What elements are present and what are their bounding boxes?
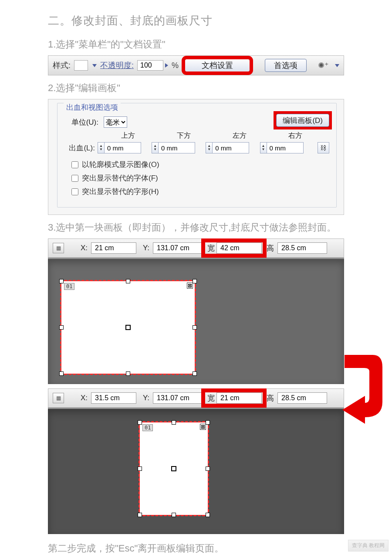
- bleed-top-input[interactable]: [105, 142, 141, 153]
- artboard-control-bar-after: ▦ X: Y: 宽 高: [48, 388, 344, 408]
- close-icon[interactable]: ⊠: [187, 283, 193, 289]
- handle-w[interactable]: [138, 466, 142, 471]
- handle-sw[interactable]: [59, 371, 64, 376]
- check-highlight-fonts[interactable]: 突出显示替代的字体(F): [71, 173, 329, 183]
- opacity-label[interactable]: 不透明度:: [100, 60, 134, 71]
- h-input[interactable]: [277, 242, 327, 254]
- handle-w[interactable]: [59, 325, 64, 330]
- h-label: 高: [265, 243, 276, 253]
- step2-text: 2.选择"编辑画板": [48, 82, 344, 95]
- canvas-after[interactable]: 01 ⊠: [48, 408, 344, 534]
- artboard-control-bar-before: ▦ X: Y: 宽 高: [48, 238, 344, 258]
- document-setup-panel: 出血和视图选项 单位(U): 毫米 编辑画板(D) 上方 下方 左方 右方 出血…: [48, 99, 344, 215]
- h-input[interactable]: [277, 392, 327, 404]
- handle-n[interactable]: [172, 420, 176, 425]
- bleed-bottom-input[interactable]: [159, 142, 195, 153]
- h-label: 高: [265, 393, 276, 403]
- handle-nw[interactable]: [138, 420, 142, 425]
- x-input[interactable]: [91, 392, 136, 404]
- close-icon[interactable]: ⊠: [200, 424, 206, 430]
- options-toolbar: 样式: 不透明度: % 文档设置 首选项 ✺⁺: [48, 55, 344, 75]
- handle-s[interactable]: [126, 371, 130, 376]
- style-dropdown-icon[interactable]: [92, 64, 97, 67]
- percent-label: %: [172, 61, 179, 70]
- bleed-head-right: 右方: [267, 131, 323, 140]
- bleed-right-field[interactable]: ▲▼: [260, 142, 314, 153]
- change-arrow-icon: [342, 354, 382, 424]
- y-input[interactable]: [153, 392, 203, 404]
- step1-text: 1.选择"菜单栏"的"文档设置": [48, 38, 344, 51]
- bleed-top-field[interactable]: ▲▼: [98, 142, 152, 153]
- flare-dropdown-icon[interactable]: [335, 64, 339, 67]
- w-label: 宽: [206, 393, 216, 403]
- w-label: 宽: [206, 243, 216, 253]
- bleed-right-input[interactable]: [267, 142, 304, 153]
- bleed-head-bottom: 下方: [156, 131, 212, 140]
- footer-text: 第二步完成，按"Esc"离开画板编辑页面。: [48, 542, 344, 555]
- opacity-field[interactable]: [137, 60, 168, 71]
- w-input[interactable]: [216, 392, 262, 404]
- artboard-number-label: 01: [142, 424, 153, 431]
- center-handle-icon[interactable]: [171, 466, 176, 471]
- group-label: 出血和视图选项: [64, 102, 121, 112]
- w-input[interactable]: [216, 242, 262, 254]
- handle-s[interactable]: [172, 513, 176, 517]
- bleed-left-field[interactable]: ▲▼: [206, 142, 260, 153]
- handle-ne[interactable]: [193, 279, 197, 283]
- bleed-label: 出血(L):: [64, 143, 98, 153]
- x-label: X:: [76, 244, 89, 252]
- handle-ne[interactable]: [206, 420, 210, 425]
- spinner-icon[interactable]: ▲▼: [98, 142, 105, 153]
- handle-e[interactable]: [206, 466, 210, 471]
- document-setup-button[interactable]: 文档设置: [185, 59, 250, 72]
- handle-e[interactable]: [193, 325, 197, 330]
- x-label: X:: [76, 394, 89, 402]
- handle-se[interactable]: [206, 513, 210, 517]
- link-values-icon[interactable]: ⛓: [318, 142, 329, 153]
- bleed-head-left: 左方: [212, 131, 267, 140]
- style-swatch[interactable]: [74, 60, 88, 71]
- reference-point-icon[interactable]: ▦: [53, 393, 64, 403]
- artboard-after[interactable]: 01 ⊠: [139, 422, 208, 515]
- spinner-icon[interactable]: ▲▼: [260, 142, 267, 153]
- unit-label: 单位(U):: [64, 117, 98, 127]
- spinner-icon[interactable]: ▲▼: [206, 142, 213, 153]
- width-highlight: 宽: [204, 392, 264, 405]
- y-label: Y:: [138, 394, 151, 402]
- y-label: Y:: [138, 244, 151, 252]
- flare-icon[interactable]: ✺⁺: [316, 61, 331, 70]
- width-highlight: 宽: [204, 242, 264, 255]
- edit-artboard-highlight: 编辑画板(D): [274, 111, 332, 129]
- watermark: 查字典 教程网: [348, 540, 389, 552]
- step3-text: 3.选中第一块画板（即封面），并修改尺寸,封底尺寸做法参照封面。: [48, 221, 344, 234]
- bleed-left-input[interactable]: [213, 142, 249, 153]
- y-input[interactable]: [153, 242, 203, 254]
- reference-point-icon[interactable]: ▦: [53, 243, 64, 253]
- style-label: 样式:: [53, 60, 71, 71]
- handle-sw[interactable]: [138, 513, 142, 517]
- handle-nw[interactable]: [59, 279, 64, 283]
- bleed-head-top: 上方: [100, 131, 156, 140]
- center-handle-icon[interactable]: [125, 325, 131, 330]
- section-heading: 二。修改封面、封底的画板尺寸: [48, 13, 344, 28]
- preferences-button[interactable]: 首选项: [265, 59, 307, 72]
- handle-se[interactable]: [193, 371, 197, 376]
- bleed-bottom-field[interactable]: ▲▼: [152, 142, 206, 153]
- opacity-step-icon[interactable]: [165, 63, 168, 68]
- artboard-number-label: 01: [64, 283, 74, 290]
- check-highlight-glyphs[interactable]: 突出显示替代的字形(H): [71, 187, 329, 197]
- opacity-input[interactable]: [137, 60, 163, 71]
- edit-artboard-button[interactable]: 编辑画板(D): [276, 114, 329, 127]
- x-input[interactable]: [91, 242, 136, 254]
- unit-select[interactable]: 毫米: [104, 116, 127, 128]
- spinner-icon[interactable]: ▲▼: [152, 142, 159, 153]
- check-outline-mode[interactable]: 以轮廓模式显示图像(O): [71, 160, 329, 170]
- canvas-before[interactable]: 01 ⊠: [48, 258, 344, 384]
- handle-n[interactable]: [126, 279, 130, 283]
- artboard-before[interactable]: 01 ⊠: [61, 281, 195, 374]
